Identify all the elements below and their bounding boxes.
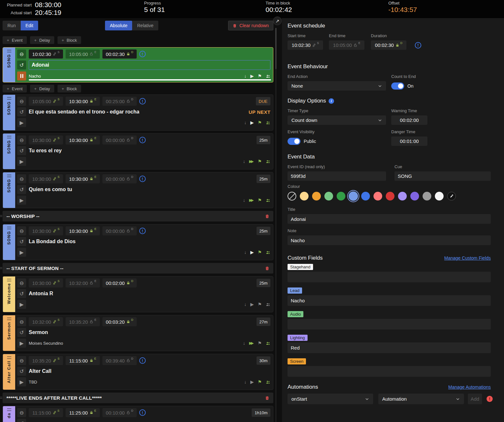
event-type-strip[interactable]: SONG bbox=[3, 224, 15, 260]
duration-input[interactable]: 00:02:30D bbox=[371, 40, 406, 50]
duration-field[interactable]: 00:02:30D bbox=[102, 49, 137, 59]
event-note[interactable]: Nacho bbox=[29, 74, 41, 79]
end-time-field[interactable]: 10:30:00E bbox=[66, 174, 100, 183]
reload-event-button[interactable]: ↺ bbox=[17, 289, 26, 298]
colour-swatch[interactable] bbox=[386, 192, 394, 200]
block-title[interactable]: -- START OF SERMON -- bbox=[6, 265, 63, 271]
drag-handle-icon[interactable] bbox=[7, 318, 11, 320]
delete-block-button[interactable] bbox=[265, 266, 269, 271]
add-delay-button[interactable]: +Delay bbox=[30, 36, 54, 44]
drag-handle-icon[interactable] bbox=[0, 215, 2, 217]
event-visibility-toggle[interactable] bbox=[288, 138, 300, 145]
play-icon[interactable]: ▶ bbox=[250, 120, 254, 125]
warning-time-input[interactable] bbox=[391, 115, 427, 125]
event-type-strip[interactable]: Welcome bbox=[3, 276, 15, 312]
timer-type-select[interactable]: Count down bbox=[288, 115, 386, 125]
end-time-input[interactable]: 10:05:00E bbox=[329, 40, 364, 50]
add-delay-button[interactable]: +Delay bbox=[30, 85, 54, 92]
end-time-field[interactable]: 10:30:00E bbox=[66, 226, 100, 235]
rundown-event[interactable]: SONG ⊖ 10:30:00S 10:30:00E 00:00:00D ! 2… bbox=[3, 133, 273, 169]
custom-field-input-stagehand[interactable] bbox=[288, 272, 491, 282]
edit-mode-button[interactable]: Edit bbox=[21, 21, 38, 30]
event-title[interactable]: Sermon bbox=[29, 330, 48, 335]
skip-event-button[interactable]: ⊖ bbox=[17, 135, 26, 145]
end-time-field[interactable]: 11:15:00E bbox=[66, 356, 100, 365]
play-icon[interactable]: ▶ bbox=[250, 302, 254, 307]
event-type-strip[interactable]: SONG bbox=[3, 134, 15, 169]
relative-mode-button[interactable]: Relative bbox=[132, 21, 158, 30]
drag-handle-icon[interactable] bbox=[7, 356, 11, 359]
delete-block-button[interactable] bbox=[265, 214, 269, 219]
move-down-icon[interactable]: ↓ bbox=[243, 159, 245, 164]
end-time-field[interactable]: 11:25:00E bbox=[66, 408, 100, 417]
end-time-field[interactable]: 10:30:00E bbox=[66, 97, 100, 106]
custom-field-input-audio[interactable] bbox=[288, 319, 491, 330]
reload-event-button[interactable]: ↺ bbox=[17, 328, 26, 337]
rundown-block[interactable]: -- WORSHIP -- bbox=[3, 211, 273, 222]
duration-field[interactable]: 00:02:00D bbox=[102, 278, 137, 287]
rundown-block[interactable]: *****LIVE ENDS AFTER ALTER CALL***** bbox=[3, 393, 273, 403]
reload-event-button[interactable]: ↺ bbox=[17, 185, 26, 194]
flag-icon[interactable]: ⚑ bbox=[257, 120, 262, 125]
event-type-strip[interactable]: SONG bbox=[3, 95, 15, 130]
end-time-field[interactable]: 10:30:00E bbox=[66, 135, 100, 145]
custom-field-input-lighting[interactable] bbox=[288, 342, 491, 353]
rundown-event[interactable]: da ⊖ 11:15:00S 11:25:00E 00:10:00D ! 1h1… bbox=[3, 406, 273, 422]
end-action-select[interactable]: None bbox=[288, 81, 386, 91]
group-icon[interactable] bbox=[266, 380, 270, 384]
rundown-event[interactable]: SONG ⊖ 10:30:00S 10:30:00E 00:00:00D ! 2… bbox=[3, 224, 273, 260]
start-event-button[interactable]: ▶ bbox=[17, 157, 26, 166]
colour-eyedropper-button[interactable] bbox=[447, 192, 456, 200]
flag-icon[interactable]: ⚑ bbox=[257, 341, 262, 346]
skip-event-button[interactable]: ⊖ bbox=[17, 226, 26, 235]
event-title[interactable]: Quien es como tu bbox=[29, 187, 72, 192]
colour-swatch[interactable] bbox=[435, 192, 444, 200]
move-down-icon[interactable]: ↓ bbox=[244, 302, 247, 307]
duration-field[interactable]: 00:25:00D bbox=[102, 97, 137, 106]
play-icon[interactable]: ▶ bbox=[250, 250, 254, 255]
start-event-button[interactable]: ▶ bbox=[17, 118, 26, 127]
event-type-strip[interactable]: SONG bbox=[3, 48, 15, 82]
rundown-event[interactable]: SONG ⊖ 10:05:00S 10:30:00E 00:25:00D ! D… bbox=[3, 94, 273, 131]
add-block-button[interactable]: +Block bbox=[58, 36, 81, 44]
fast-forward-icon[interactable]: ▶▶ bbox=[249, 198, 254, 202]
fast-forward-icon[interactable]: ▶▶ bbox=[249, 341, 254, 345]
colour-swatch[interactable] bbox=[337, 192, 345, 200]
start-time-field[interactable]: 10:05:00S bbox=[29, 97, 63, 106]
reload-event-button[interactable]: ↺ bbox=[17, 60, 26, 70]
colour-swatch[interactable] bbox=[398, 192, 407, 200]
start-event-button[interactable]: ▶ bbox=[17, 377, 26, 386]
group-icon[interactable] bbox=[266, 250, 270, 255]
fast-forward-icon[interactable]: ▶▶ bbox=[249, 159, 254, 164]
start-time-field[interactable]: 10:30:00S bbox=[29, 278, 63, 287]
rundown-event[interactable]: Sermon ⊖ 10:32:00S 10:35:20E 00:03:20D 2… bbox=[3, 315, 273, 351]
drag-handle-icon[interactable] bbox=[0, 267, 2, 269]
event-title-input[interactable]: Adonai bbox=[29, 60, 270, 70]
move-down-icon[interactable]: ↓ bbox=[244, 379, 247, 384]
colour-swatch-none[interactable] bbox=[288, 192, 296, 200]
add-event-button[interactable]: +Event bbox=[3, 85, 27, 92]
start-time-input[interactable]: 10:02:30S bbox=[288, 40, 323, 50]
manage-custom-fields-link[interactable]: Manage Custom Fields bbox=[444, 255, 491, 261]
colour-swatch[interactable] bbox=[361, 192, 370, 200]
start-event-button[interactable]: ▶ bbox=[17, 248, 26, 257]
start-time-field[interactable]: 10:30:00S bbox=[29, 135, 63, 145]
event-title[interactable]: Antonia R bbox=[29, 291, 53, 297]
move-down-icon[interactable]: ↓ bbox=[244, 250, 247, 255]
event-type-strip[interactable]: SONG bbox=[3, 172, 15, 208]
duration-field[interactable]: 00:00:00D bbox=[102, 226, 137, 235]
event-title[interactable]: Tu eres el rey bbox=[29, 148, 62, 154]
drag-handle-icon[interactable] bbox=[7, 408, 11, 411]
start-event-button[interactable]: ▶ bbox=[17, 339, 26, 348]
add-block-button[interactable]: +Block bbox=[58, 85, 81, 92]
duration-field[interactable]: 00:39:40D bbox=[102, 356, 137, 365]
colour-swatch[interactable] bbox=[410, 192, 419, 200]
title-input[interactable] bbox=[288, 214, 491, 224]
rundown-event[interactable]: Alter Call ⊖ 10:35:20S 11:15:00E 00:39:4… bbox=[3, 354, 273, 390]
reload-event-button[interactable]: ↺ bbox=[17, 107, 26, 116]
duration-field[interactable]: 00:03:20D bbox=[102, 317, 137, 326]
event-type-strip[interactable]: Alter Call bbox=[3, 354, 15, 390]
cue-input[interactable] bbox=[394, 171, 491, 181]
count-to-end-toggle[interactable] bbox=[391, 82, 404, 90]
automation-select[interactable]: Automation bbox=[378, 394, 464, 404]
